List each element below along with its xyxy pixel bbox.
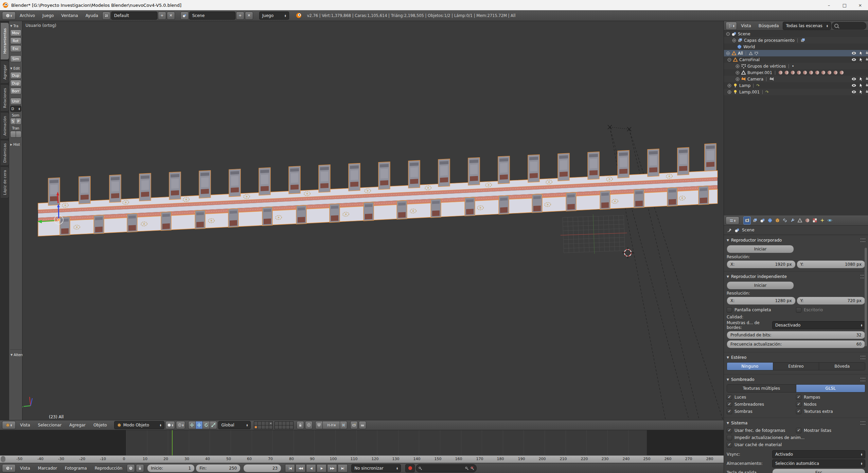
expand-icon[interactable] <box>736 71 740 75</box>
screen-layout-selector[interactable]: Default <box>111 12 157 20</box>
rotate-button[interactable]: Rot <box>10 37 21 44</box>
join-button[interactable]: Unir <box>10 98 21 105</box>
cursor-icon[interactable] <box>858 51 864 56</box>
move-button[interactable]: Mov <box>10 30 21 36</box>
eye-icon[interactable] <box>851 51 856 56</box>
bit-depth-field[interactable]: Profundidad de bits:32 <box>727 331 865 339</box>
eye-icon[interactable] <box>851 83 856 88</box>
viewport-3d[interactable]: y Usuario (ortog) (23) All <box>22 21 724 420</box>
frame-end-field[interactable]: Fin:250 <box>196 464 241 472</box>
restrict-anim-updates-checkbox[interactable]: Impedir actualizaciones de anim... <box>727 434 865 441</box>
transform-orientation-selector[interactable]: Global ▲▼ <box>218 421 251 429</box>
close-button[interactable]: × <box>852 0 868 10</box>
tab-dinamicas[interactable]: Dinámicas <box>1 140 9 166</box>
menu-marcador[interactable]: Marcador <box>38 466 57 471</box>
expand-icon[interactable] <box>726 51 730 55</box>
extra-textures-checkbox[interactable]: ✓Texturas extra <box>796 408 865 415</box>
outliner-row-scene[interactable]: Scene <box>724 31 868 37</box>
camera-icon[interactable] <box>865 57 868 62</box>
insert-keyframe-icon[interactable] <box>465 466 469 470</box>
lock-range-toggle[interactable] <box>136 464 144 472</box>
shaders-checkbox[interactable]: ✓Sombreadores <box>727 401 796 408</box>
current-frame-playhead[interactable] <box>172 430 173 455</box>
manipulator-axes-toggle[interactable] <box>188 421 196 429</box>
duplicate-button[interactable]: Dup <box>10 72 21 79</box>
tab-render-layers[interactable] <box>751 217 758 224</box>
desktop-checkbox[interactable]: Escritorio <box>796 306 865 313</box>
tab-lapiz-de-cera[interactable]: Lápiz de cera <box>1 167 9 198</box>
camera-icon[interactable] <box>865 51 868 56</box>
tab-particles[interactable] <box>819 217 826 224</box>
shade-smooth-button[interactable]: S <box>10 118 16 125</box>
resolution-x-field[interactable]: X:1920 px <box>727 260 796 268</box>
expand-icon[interactable] <box>727 84 731 88</box>
delete-button[interactable]: Borr <box>10 88 21 94</box>
multitexture-button[interactable]: Texturas múltiples <box>727 385 796 392</box>
transparency-off-button[interactable] <box>16 131 21 138</box>
jump-next-keyframe-button[interactable]: ▶▶ <box>327 464 337 472</box>
editor-type-button[interactable]: ▲▼ <box>2 464 16 472</box>
lock-to-scene-toggle[interactable] <box>297 421 304 429</box>
timeline-editor[interactable]: -50 -40 -30 -20 -10 0 10 20 30 40 50 60 … <box>0 430 724 463</box>
menu-vista[interactable]: Vista <box>20 423 30 427</box>
proportional-edit-toggle[interactable] <box>305 421 313 429</box>
cursor-icon[interactable] <box>858 57 864 62</box>
expand-icon[interactable] <box>727 90 731 94</box>
menu-agregar[interactable]: Agregar <box>69 423 86 427</box>
tab-object[interactable] <box>774 217 781 224</box>
stereo-stereo-button[interactable]: Estéreo <box>773 363 819 370</box>
section-transform[interactable]: ▼Tra <box>10 23 21 29</box>
layer-cell[interactable] <box>254 422 258 425</box>
outliner-row-world[interactable]: World <box>724 43 868 50</box>
menu-vista[interactable]: Vista <box>20 466 30 471</box>
render-opengl-button[interactable] <box>350 421 358 429</box>
stereo-dome-button[interactable]: Bóveda <box>819 363 865 370</box>
active-layer-cell[interactable] <box>254 425 258 429</box>
cursor-icon[interactable] <box>858 89 864 94</box>
remove-layout-button[interactable]: ✕ <box>167 12 175 20</box>
layer-selector[interactable] <box>254 421 294 429</box>
scale-button[interactable]: Esc <box>10 45 21 52</box>
tab-texture[interactable] <box>811 217 818 224</box>
menu-ayuda[interactable]: Ayuda <box>86 13 98 18</box>
camera-icon[interactable] <box>865 76 868 82</box>
editor-type-button[interactable]: ▲▼ <box>726 216 739 225</box>
material-caching-checkbox[interactable]: ✓Usar caché de material <box>727 441 865 448</box>
outliner-row-render-layers[interactable]: Capas de procesamiento <box>724 37 868 43</box>
tab-modifiers[interactable] <box>789 217 796 224</box>
cursor-icon[interactable] <box>858 83 864 88</box>
tab-physics[interactable] <box>826 217 833 224</box>
expand-icon[interactable] <box>736 64 740 68</box>
expand-icon[interactable] <box>732 38 736 42</box>
search-input[interactable] <box>832 22 866 30</box>
cursor-3d[interactable] <box>622 247 633 258</box>
glsl-button[interactable]: GLSL <box>796 385 865 392</box>
nodes-checkbox[interactable]: ✓Nodos <box>796 401 865 408</box>
screen-layout-icon-button[interactable] <box>102 12 110 20</box>
outliner-row-carrofinal[interactable]: CarroFinal <box>724 56 868 63</box>
current-frame-field[interactable]: 23 <box>243 464 281 472</box>
eye-icon[interactable] <box>851 89 856 94</box>
vsync-selector[interactable]: Activado ▲▼ <box>772 450 865 458</box>
aa-samples-selector[interactable]: Desactivado ▲▼ <box>772 321 865 329</box>
eye-icon[interactable] <box>851 76 856 82</box>
render-opengl-anim-button[interactable] <box>359 421 366 429</box>
section-history[interactable]: ▶Hist <box>10 142 21 147</box>
expand-icon[interactable] <box>736 77 740 81</box>
jump-to-end-button[interactable]: ▶| <box>338 464 348 472</box>
tab-constraints[interactable] <box>781 217 788 224</box>
outliner-row-lamp[interactable]: Lamp ↷ <box>724 82 868 89</box>
menu-objeto[interactable]: Objeto <box>93 423 107 427</box>
translate-manipulator-toggle[interactable] <box>196 421 203 429</box>
display-scope-selector[interactable]: Todas las escenas ▲▼ <box>783 22 831 30</box>
pin-icon[interactable] <box>727 228 732 233</box>
start-standalone-button[interactable]: Iniciar <box>727 281 794 290</box>
tab-scene[interactable] <box>759 217 766 224</box>
viewport-shading-selector[interactable]: ▲▼ <box>165 421 175 429</box>
editor-type-button[interactable]: ▲▼ <box>2 421 16 429</box>
scene-selector[interactable]: Scene <box>189 12 235 20</box>
outliner-row-lamp-001[interactable]: Lamp.001 ↷ <box>724 89 868 95</box>
resolution-y-field[interactable]: Y:1080 px <box>797 260 866 268</box>
camera-icon[interactable] <box>865 89 868 94</box>
outliner-row-bumper[interactable]: Bumper.001 <box>724 69 868 76</box>
